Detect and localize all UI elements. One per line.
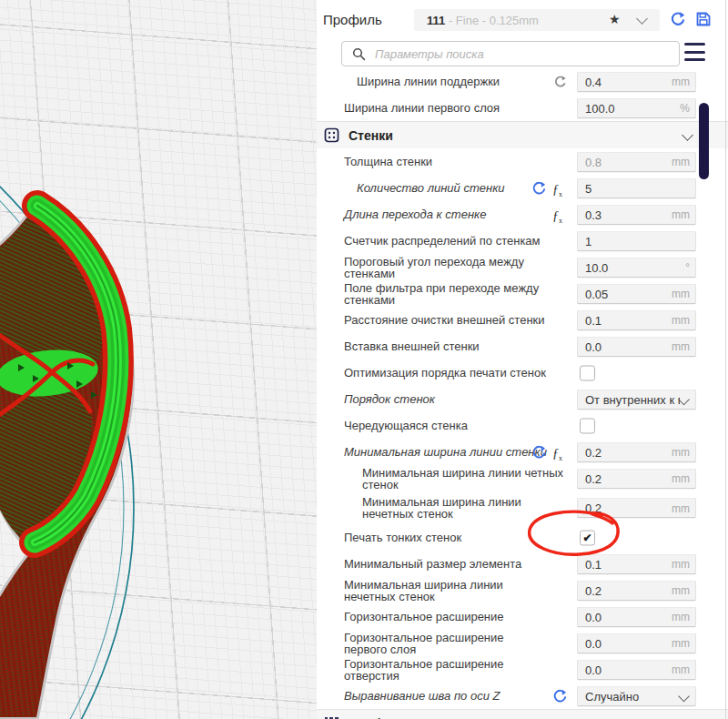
- setting-unit: mm: [672, 208, 690, 221]
- setting-value: 0.2: [585, 501, 672, 515]
- setting-label: Расстояние очистки внешней стенки: [344, 314, 545, 326]
- setting-unit: mm: [672, 663, 690, 676]
- setting-value-field[interactable]: 10.0°: [577, 257, 696, 278]
- sliced-model-preview[interactable]: [0, 0, 317, 719]
- collapse-chevron-icon[interactable]: [682, 129, 693, 141]
- setting-checkbox[interactable]: ✔: [580, 530, 595, 545]
- profile-dropdown[interactable]: 111 - Fine - 0.125mm ★: [414, 9, 660, 31]
- setting-value: 0.2: [585, 445, 672, 459]
- profile-detail: - Fine - 0.125mm: [445, 14, 539, 27]
- reset-icon[interactable]: [531, 180, 547, 196]
- search-icon: [352, 47, 366, 61]
- chevron-down-icon: [678, 690, 690, 702]
- setting-value: 0.1: [585, 313, 672, 327]
- setting-row: Горизонтальное расширение0.0mm: [317, 603, 728, 630]
- setting-label: Минимальная ширина линии нечетных стенок: [362, 496, 567, 520]
- setting-row: Поле фильтра при переходе между стенками…: [317, 280, 728, 307]
- setting-value: 10.0: [585, 260, 685, 274]
- setting-value-field[interactable]: 0.0mm: [577, 336, 696, 357]
- setting-value-field[interactable]: 0.3mm: [577, 204, 696, 225]
- setting-label: Минимальная ширина линии стенки: [344, 446, 547, 458]
- setting-label: Горизонтальное расширение первого слоя: [344, 632, 549, 655]
- setting-value-field[interactable]: 0.0mm: [577, 606, 696, 627]
- setting-value-field[interactable]: 1: [577, 230, 696, 251]
- settings-search-input[interactable]: Параметры поиска: [341, 41, 680, 66]
- setting-value: 5: [585, 181, 695, 195]
- setting-value-field[interactable]: 0.2mm: [577, 441, 696, 462]
- profile-label: Профиль: [323, 12, 382, 27]
- setting-value-field[interactable]: 0.2mm: [577, 468, 696, 489]
- setting-unit: %: [680, 102, 690, 115]
- setting-value: 0.0: [585, 610, 672, 623]
- topbottom-icon: [324, 715, 339, 719]
- setting-value: Случайно: [585, 689, 680, 703]
- 3d-viewport[interactable]: [0, 0, 317, 719]
- setting-value: 0.0: [585, 636, 672, 650]
- setting-value-field[interactable]: 100.0%: [577, 97, 696, 118]
- setting-value: 0.0: [585, 339, 672, 353]
- setting-unit: mm: [672, 314, 690, 327]
- setting-value-field[interactable]: 0.8mm: [577, 151, 696, 172]
- setting-label: Вставка внешней стенки: [344, 340, 480, 352]
- setting-value-field[interactable]: 0.0mm: [577, 659, 696, 680]
- setting-label: Длина перехода к стенке: [344, 208, 486, 220]
- setting-unit: mm: [672, 156, 690, 168]
- section-title: Дно / крышка: [349, 716, 433, 719]
- setting-value-field[interactable]: 0.1mm: [577, 553, 696, 574]
- setting-unit: mm: [672, 472, 690, 485]
- section-header-24[interactable]: Дно / крышка: [317, 709, 728, 719]
- setting-row: Минимальная ширина линии стенкиƒx0.2mm: [317, 439, 728, 465]
- setting-label: Минимальная ширина линии четных стенок: [362, 467, 567, 491]
- setting-value-field[interactable]: 5: [577, 177, 696, 198]
- setting-row: Ширина линии поддержки0.4mm: [317, 68, 728, 95]
- setting-label: Ширина линии первого слоя: [344, 102, 500, 114]
- printed-model[interactable]: [0, 202, 132, 717]
- setting-value-field[interactable]: 0.2mm: [577, 498, 696, 519]
- setting-unit: mm: [672, 558, 690, 571]
- fx-icon: ƒx: [552, 207, 568, 222]
- setting-checkbox[interactable]: [580, 365, 595, 380]
- setting-value-field[interactable]: 0.0mm: [577, 633, 696, 653]
- setting-dropdown[interactable]: От внутренних к в...: [577, 389, 696, 410]
- setting-row: Чередующаяся стенка: [317, 412, 728, 439]
- setting-row: Пороговый угол перехода между стенками10…: [317, 254, 728, 280]
- setting-row: Минимальный размер элемента0.1mm: [317, 551, 728, 577]
- setting-label: Горизонтальное расширение отверстия: [344, 658, 549, 682]
- setting-row: Счетчик распределений по стенкам1: [317, 228, 728, 254]
- reset-icon[interactable]: [531, 444, 547, 460]
- setting-value-field[interactable]: 0.05mm: [577, 283, 696, 304]
- setting-value: 0.4: [585, 75, 672, 88]
- setting-row: Толщина стенки0.8mm: [317, 148, 728, 175]
- setting-row: Оптимизация порядка печати стенок: [317, 360, 728, 386]
- setting-label: Толщина стенки: [344, 156, 432, 167]
- fx-icon: ƒx: [552, 444, 568, 460]
- section-header-2[interactable]: Стенки: [317, 121, 728, 148]
- profile-name: 111: [427, 14, 445, 27]
- setting-value: 0.3: [585, 208, 672, 221]
- section-title: Стенки: [349, 128, 393, 143]
- setting-label: Поле фильтра при переходе между стенками: [344, 282, 549, 306]
- setting-value-field[interactable]: 0.4mm: [577, 71, 696, 92]
- setting-value-field[interactable]: 0.2mm: [577, 580, 696, 601]
- reset-icon[interactable]: [552, 688, 568, 704]
- setting-label: Чередующаяся стенка: [344, 420, 468, 431]
- setting-dropdown[interactable]: Случайно: [577, 685, 696, 706]
- profile-save-icon[interactable]: [695, 11, 712, 27]
- setting-value: 0.2: [585, 583, 672, 597]
- setting-row: Количество линий стенкиƒx5: [317, 175, 728, 201]
- setting-checkbox[interactable]: [580, 418, 595, 433]
- setting-value: 0.0: [585, 663, 672, 676]
- setting-label: Счетчик распределений по стенкам: [344, 235, 541, 247]
- setting-value: 100.0: [585, 101, 680, 115]
- scrollbar-handle[interactable]: [699, 103, 709, 179]
- setting-value-field[interactable]: 0.1mm: [577, 309, 696, 330]
- search-placeholder: Параметры поиска: [375, 47, 484, 61]
- panel-edge-divider: [725, 0, 726, 719]
- chevron-down-icon: [636, 13, 648, 25]
- profile-reset-icon[interactable]: [670, 11, 686, 27]
- settings-menu-icon[interactable]: [684, 43, 705, 61]
- setting-row: Печать тонких стенок✔: [317, 524, 728, 551]
- favorite-star-icon[interactable]: ★: [609, 12, 621, 26]
- setting-row: Порядок стенокОт внутренних к в...: [317, 386, 728, 412]
- setting-row: Минимальная ширина линии нечетных стенок…: [317, 491, 728, 524]
